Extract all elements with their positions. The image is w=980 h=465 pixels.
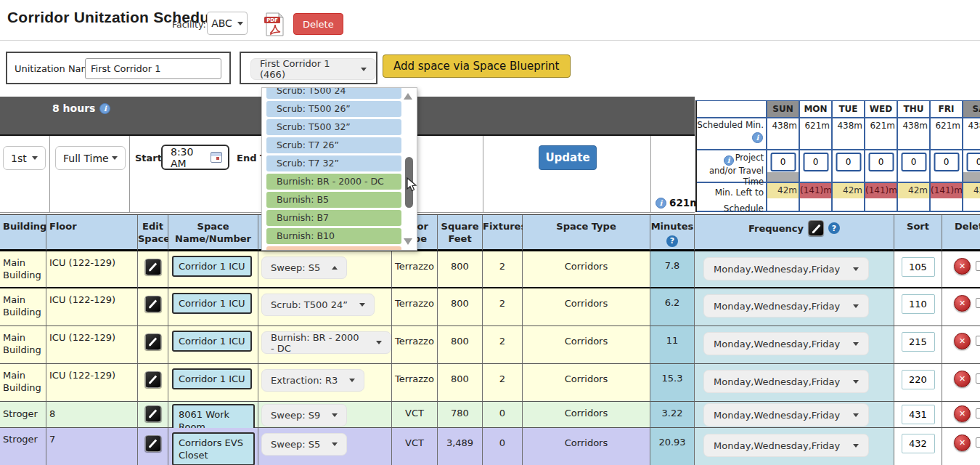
fixtures-cell: 2 (483, 288, 523, 326)
building-cell: Main Building (0, 251, 46, 288)
info-icon[interactable]: i (752, 132, 763, 143)
facility-select[interactable]: ABC (207, 12, 248, 35)
equipment-select-value: Scrub: T500 24” (271, 299, 348, 310)
project-travel-input[interactable] (836, 153, 861, 171)
start-time-input[interactable]: 8:30 AM (161, 145, 229, 170)
equipment-cell: Burnish: BR - 2000 - DC (258, 326, 392, 364)
equipment-dropdown-option[interactable] (266, 246, 401, 251)
help-icon[interactable]: ? (666, 235, 678, 247)
equipment-select[interactable]: Burnish: BR - 2000 - DC (261, 331, 391, 354)
update-button[interactable]: Update (539, 145, 597, 170)
project-travel-input[interactable] (966, 153, 980, 171)
space-name-box[interactable]: Corridors EVS Closet (172, 432, 255, 465)
sort-input[interactable] (902, 294, 935, 314)
equipment-dropdown-option[interactable]: Scrub: T500 26” (266, 101, 401, 117)
frequency-select[interactable]: Monday,Wednesday,Friday (703, 257, 869, 280)
pdf-export-icon[interactable]: PDF (264, 12, 285, 36)
info-icon[interactable]: i (656, 198, 666, 209)
sort-input[interactable] (902, 405, 935, 424)
delete-row-icon[interactable]: ✕ (954, 258, 971, 275)
caret-down-icon (853, 304, 859, 308)
weekend-strip (767, 172, 799, 182)
space-name-box[interactable]: Corridor 1 ICU (172, 331, 252, 352)
row-checkbox[interactable] (976, 336, 980, 346)
space-name-box[interactable]: Corridor 1 ICU (172, 293, 252, 314)
row-checkbox[interactable] (976, 408, 980, 418)
table-row: Stroger 8 8061 Work Room Sweep: S9 VCT 7… (0, 402, 980, 428)
frequency-select[interactable]: Monday,Wednesday,Friday (703, 332, 869, 355)
equipment-select[interactable]: Scrub: T500 24” (261, 294, 375, 316)
caret-down-icon (853, 444, 859, 448)
equipment-select[interactable]: Sweep: S5 (261, 433, 347, 456)
project-travel-cell (963, 150, 980, 183)
delete-row-icon[interactable]: ✕ (954, 405, 971, 422)
sort-cell (894, 326, 942, 364)
sort-input[interactable] (902, 434, 935, 453)
equipment-dropdown-option[interactable]: Burnish: B10 (266, 228, 401, 244)
delete-row-icon[interactable]: ✕ (954, 371, 971, 387)
shift-select[interactable]: 1st (3, 146, 46, 170)
minutes-cell: 3.22 (650, 402, 695, 428)
row-checkbox[interactable] (976, 437, 980, 448)
scheduled-minutes-value: 621m (931, 118, 963, 150)
row-checkbox[interactable] (976, 261, 980, 271)
floor-type-cell: Terrazzo (392, 288, 438, 326)
edit-space-icon[interactable] (144, 259, 161, 275)
calendar-icon[interactable] (211, 152, 222, 163)
project-travel-input[interactable] (934, 153, 959, 171)
add-space-button[interactable]: Add space via Space Blueprint (383, 54, 571, 78)
project-travel-input[interactable] (803, 153, 828, 171)
delete-row-icon[interactable]: ✕ (954, 434, 971, 451)
frequency-select[interactable]: Monday,Wednesday,Friday (703, 434, 869, 457)
equipment-dropdown-option[interactable]: Scrub: T500 32” (266, 119, 401, 135)
equipment-dropdown-option[interactable]: Scrub: T500 24 (266, 87, 401, 99)
project-travel-cell (767, 150, 800, 183)
project-travel-input[interactable] (770, 153, 796, 171)
equipment-dropdown-option[interactable]: Scrub: T7 32” (266, 155, 401, 171)
space-type-cell: Corridors (523, 288, 650, 326)
scroll-down-icon[interactable] (404, 238, 412, 245)
equipment-select[interactable]: Sweep: S5 (261, 256, 347, 279)
scroll-up-icon[interactable] (404, 93, 412, 100)
equipment-select[interactable]: Sweep: S9 (261, 404, 347, 426)
equipment-select[interactable]: Extraction: R3 (261, 369, 364, 392)
space-name-box[interactable]: Corridor 1 ICU (172, 256, 252, 277)
edit-frequency-icon[interactable] (808, 220, 824, 236)
space-name-box[interactable]: Corridor 1 ICU (172, 368, 252, 389)
facility-value: ABC (211, 17, 232, 29)
frequency-select[interactable]: Monday,Wednesday,Friday (703, 294, 869, 318)
scrollbar-thumb[interactable] (405, 157, 413, 208)
employment-select[interactable]: Full Time (55, 146, 126, 170)
delete-schedule-button[interactable]: Delete (293, 13, 343, 35)
row-checkbox[interactable] (976, 298, 980, 308)
edit-space-icon[interactable] (144, 371, 161, 388)
corridor-select[interactable]: First Corridor 1 (466) (250, 58, 376, 80)
edit-space-icon[interactable] (144, 435, 161, 452)
minutes-cell: 20.93 (650, 428, 695, 465)
project-travel-input[interactable] (868, 153, 894, 171)
edit-space-icon[interactable] (144, 405, 161, 422)
delete-row-icon[interactable]: ✕ (954, 333, 971, 349)
project-travel-input[interactable] (901, 153, 926, 171)
equipment-dropdown-option[interactable]: Burnish: BR - 2000 - DC (266, 174, 401, 190)
square-feet-cell: 3,489 (438, 428, 483, 465)
floor-cell: ICU (122-129) (46, 364, 138, 402)
edit-space-icon[interactable] (144, 333, 161, 350)
equipment-dropdown-option[interactable]: Burnish: B7 (266, 210, 401, 226)
sort-input[interactable] (902, 257, 935, 277)
sort-input[interactable] (902, 332, 935, 352)
delete-row-icon[interactable]: ✕ (954, 295, 971, 312)
equipment-dropdown-option[interactable]: Scrub: T7 26” (266, 137, 401, 153)
equipment-dropdown-option[interactable]: Burnish: B5 (266, 192, 401, 208)
table-row: Stroger 7 Corridors EVS Closet Sweep: S5… (0, 428, 980, 465)
edit-space-icon[interactable] (144, 296, 161, 312)
info-icon[interactable]: i (99, 103, 110, 114)
frequency-select[interactable]: Monday,Wednesday,Friday (703, 403, 869, 426)
frequency-select[interactable]: Monday,Wednesday,Friday (703, 370, 869, 393)
building-cell: Main Building (0, 326, 46, 364)
info-icon[interactable]: i (724, 155, 734, 166)
unitization-name-input[interactable] (85, 58, 221, 79)
sort-input[interactable] (902, 370, 935, 389)
row-checkbox[interactable] (976, 373, 980, 384)
help-icon[interactable]: ? (828, 222, 840, 234)
